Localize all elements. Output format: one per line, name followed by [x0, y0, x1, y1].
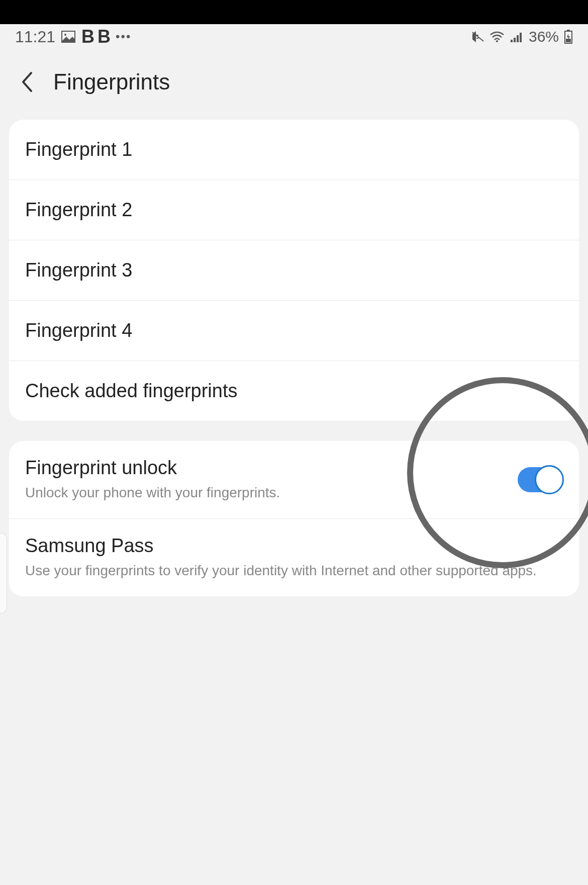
status-left: 11:21 B B ••• [15, 26, 131, 47]
fingerprint-label: Fingerprint 4 [25, 320, 563, 341]
battery-percent: 36% [529, 28, 559, 45]
vibrate-icon [471, 30, 484, 43]
fingerprint-unlock-item[interactable]: Fingerprint unlock Unlock your phone wit… [9, 441, 579, 519]
fingerprints-card: Fingerprint 1 Fingerprint 2 Fingerprint … [9, 120, 579, 421]
status-right: 36% [471, 28, 573, 45]
fingerprint-label: Fingerprint 3 [25, 259, 563, 281]
edge-panel-tab[interactable] [0, 533, 7, 613]
signal-icon [510, 31, 524, 43]
setting-text: Fingerprint unlock Unlock your phone wit… [25, 457, 518, 502]
toggle-knob [535, 465, 564, 494]
svg-rect-6 [520, 33, 522, 42]
top-black-bar [0, 0, 588, 24]
more-dots-icon: ••• [116, 30, 131, 44]
svg-point-1 [64, 34, 66, 36]
status-time: 11:21 [15, 28, 55, 46]
check-fingerprints-label: Check added fingerprints [25, 380, 563, 402]
page-title: Fingerprints [53, 69, 170, 95]
check-fingerprints-item[interactable]: Check added fingerprints [9, 361, 579, 421]
svg-point-2 [496, 40, 498, 42]
svg-rect-5 [517, 35, 519, 42]
fingerprint-item-4[interactable]: Fingerprint 4 [9, 301, 579, 361]
fingerprint-unlock-title: Fingerprint unlock [25, 457, 518, 479]
svg-rect-9 [566, 39, 571, 42]
fingerprint-label: Fingerprint 1 [25, 139, 563, 160]
picture-icon [61, 31, 75, 43]
back-button[interactable] [20, 71, 33, 93]
setting-text: Samsung Pass Use your fingerprints to ve… [25, 535, 563, 580]
svg-rect-4 [514, 38, 516, 42]
fingerprint-label: Fingerprint 2 [25, 199, 563, 221]
fingerprint-item-1[interactable]: Fingerprint 1 [9, 120, 579, 180]
settings-card: Fingerprint unlock Unlock your phone wit… [9, 441, 579, 596]
battery-icon [564, 30, 573, 44]
fingerprint-unlock-subtitle: Unlock your phone with your fingerprints… [25, 483, 518, 502]
svg-rect-3 [511, 40, 513, 42]
status-bar: 11:21 B B ••• [0, 24, 588, 49]
samsung-pass-title: Samsung Pass [25, 535, 563, 557]
page-header: Fingerprints [0, 49, 588, 120]
samsung-pass-subtitle: Use your fingerprints to verify your ide… [25, 561, 563, 580]
app-icons: B B [81, 26, 110, 47]
wifi-icon [489, 31, 505, 43]
samsung-pass-item[interactable]: Samsung Pass Use your fingerprints to ve… [9, 519, 579, 596]
fingerprint-item-3[interactable]: Fingerprint 3 [9, 240, 579, 301]
fingerprint-item-2[interactable]: Fingerprint 2 [9, 180, 579, 240]
fingerprint-unlock-toggle[interactable] [518, 467, 563, 492]
